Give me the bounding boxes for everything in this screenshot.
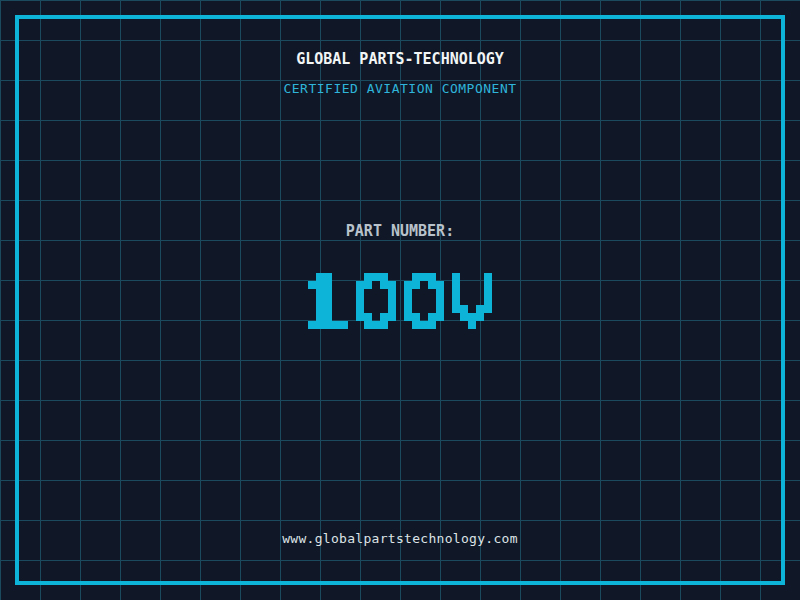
part-number-glyph bbox=[356, 273, 396, 329]
website-url: www.globalpartstechnology.com bbox=[0, 531, 800, 546]
part-number-label: PART NUMBER: bbox=[0, 222, 800, 240]
part-number-glyph bbox=[404, 273, 444, 329]
part-number-display bbox=[0, 273, 800, 329]
part-number-glyph bbox=[308, 273, 348, 329]
blueprint-card: GLOBAL PARTS-TECHNOLOGY CERTIFIED AVIATI… bbox=[0, 0, 800, 600]
part-number-glyph bbox=[452, 273, 492, 329]
certification-subtitle: CERTIFIED AVIATION COMPONENT bbox=[0, 81, 800, 96]
brand-title: GLOBAL PARTS-TECHNOLOGY bbox=[0, 50, 800, 68]
